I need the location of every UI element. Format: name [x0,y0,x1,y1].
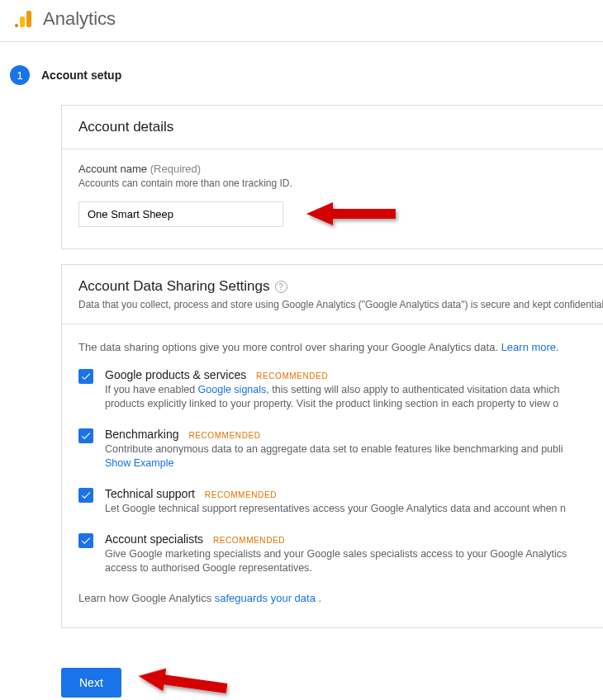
option-google-products: Google products & services RECOMMENDED I… [78,368,586,409]
opt1-desc2: products explicitly linked to your prope… [105,398,586,409]
step-header: 1 Account setup [10,65,603,85]
option-technical-support: Technical support RECOMMENDED Let Google… [78,487,586,514]
recommended-badge: RECOMMENDED [256,371,328,381]
opt3-desc: Let Google technical support representat… [105,503,586,514]
opt1-title: Google products & services [105,368,246,381]
next-button[interactable]: Next [61,668,121,698]
opt4-desc2: access to authorised Google representati… [105,562,586,574]
opt4-title: Account specialists [105,532,203,546]
recommended-badge: RECOMMENDED [205,490,277,499]
checkbox-technical-support[interactable] [78,488,93,503]
top-bar: Analytics [0,0,603,42]
option-benchmarking: Benchmarking RECOMMENDED Contribute anon… [78,428,586,469]
app-title: Analytics [43,8,116,30]
checkbox-google-products[interactable] [78,369,93,384]
required-text: (Required) [150,163,201,175]
account-details-panel: Account details Account name (Required) … [61,105,603,249]
account-name-label: Account name (Required) [78,163,586,175]
sharing-intro: The data sharing options give you more c… [78,341,586,353]
sharing-intro-text: The data sharing options give you more c… [78,341,501,353]
learn-more-link[interactable]: Learn more [501,341,556,353]
sharing-subtitle: Data that you collect, process and store… [78,299,586,310]
account-name-hint: Accounts can contain more than one track… [78,177,586,189]
annotation-arrow-icon [305,197,404,230]
svg-marker-0 [306,202,396,225]
safeguards-note: Learn how Google Analytics safeguards yo… [78,592,586,604]
data-sharing-panel: Account Data Sharing Settings ? Data tha… [61,264,603,628]
account-details-title: Account details [62,106,603,149]
option-account-specialists: Account specialists RECOMMENDED Give Goo… [78,532,586,574]
recommended-badge: RECOMMENDED [213,536,285,545]
svg-marker-1 [136,665,228,700]
account-name-label-text: Account name [78,163,147,175]
checkbox-account-specialists[interactable] [78,533,93,548]
opt1-desc: If you have enabled Google signals, this… [105,384,586,395]
step-number-badge: 1 [10,65,30,85]
checkbox-benchmarking[interactable] [78,428,93,443]
sharing-title: Account Data Sharing Settings [78,278,270,295]
safeguards-link[interactable]: safeguards your data [215,592,316,604]
opt4-desc: Give Google marketing specialists and yo… [105,548,586,560]
opt3-title: Technical support [105,487,195,500]
opt2-desc: Contribute anonymous data to an aggregat… [105,443,586,455]
step-title: Account setup [41,69,121,82]
annotation-arrow-icon [136,665,235,700]
recommended-badge: RECOMMENDED [188,431,260,440]
opt2-title: Benchmarking [105,428,179,441]
account-name-input[interactable] [78,201,283,227]
google-signals-link[interactable]: Google signals [198,384,267,395]
show-example-link[interactable]: Show Example [105,457,173,469]
help-icon[interactable]: ? [275,281,287,293]
analytics-logo-icon [15,11,33,27]
